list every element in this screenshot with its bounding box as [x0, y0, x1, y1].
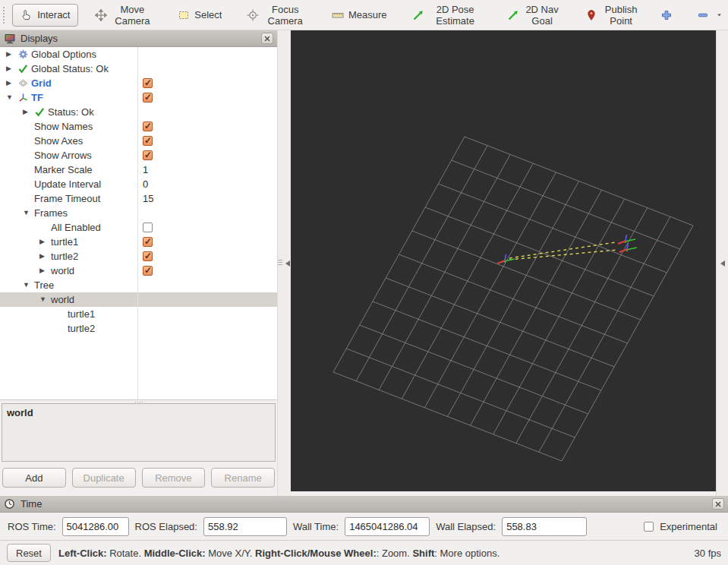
- rename-button[interactable]: Rename: [211, 468, 275, 488]
- tree-row-world[interactable]: ▶world: [0, 264, 277, 278]
- select-button[interactable]: Select: [169, 4, 230, 27]
- close-time-button[interactable]: [712, 498, 724, 510]
- green-arrow-icon: [412, 9, 424, 21]
- checkbox[interactable]: [143, 78, 153, 88]
- tf-frame-turtle2[interactable]: [619, 243, 637, 252]
- strip-grip: [278, 260, 282, 267]
- tree-row-frames[interactable]: ▼Frames: [0, 206, 277, 220]
- plus-icon: [660, 9, 673, 21]
- tree-row-show-names[interactable]: Show Names: [0, 119, 277, 134]
- checkbox[interactable]: [143, 223, 153, 232]
- tree-row-turtle2[interactable]: ▶turtle2: [0, 249, 277, 264]
- fps-counter: 30 fps: [695, 548, 721, 559]
- tree-row-update-interval[interactable]: Update Interval0: [0, 177, 277, 191]
- expander-icon[interactable]: ▶: [6, 80, 17, 87]
- checkbox[interactable]: [143, 266, 153, 276]
- duplicate-button[interactable]: Duplicate: [72, 468, 136, 488]
- tree-row-show-arrows[interactable]: Show Arrows: [0, 148, 277, 163]
- tree-label: Tree: [34, 279, 54, 291]
- tree-row-global-options[interactable]: ▶Global Options: [0, 47, 277, 62]
- minus-icon: [697, 9, 709, 21]
- expander-icon[interactable]: ▶: [39, 267, 51, 274]
- tree-label: world: [51, 265, 74, 276]
- collapse-right-icon: [719, 260, 726, 267]
- tree-row-turtle1[interactable]: ▶turtle1: [0, 235, 277, 249]
- expander-icon[interactable]: ▼: [39, 296, 51, 303]
- ros-time-input[interactable]: [62, 517, 129, 536]
- expander-icon[interactable]: ▶: [6, 65, 17, 72]
- tree-row-tree[interactable]: ▼Tree: [0, 278, 277, 292]
- wall-elapsed-label: Wall Elapsed:: [436, 521, 496, 532]
- property-value[interactable]: 15: [143, 193, 153, 204]
- tree-row-world[interactable]: ▼world: [0, 292, 277, 307]
- move-camera-button[interactable]: Move Camera: [87, 0, 161, 32]
- add-button[interactable]: Add: [2, 468, 66, 488]
- measure-button[interactable]: Measure: [323, 4, 396, 27]
- dropdown-caret-icon[interactable]: [715, 11, 723, 19]
- expander-icon[interactable]: ▼: [23, 282, 34, 289]
- tree-row-marker-scale[interactable]: Marker Scale1: [0, 163, 277, 177]
- views-collapse-strip[interactable]: [716, 30, 728, 496]
- tree-row-show-axes[interactable]: Show Axes: [0, 134, 277, 148]
- checkbox[interactable]: [143, 122, 153, 131]
- tree-row-global-status-ok[interactable]: ▶Global Status: Ok: [0, 62, 277, 76]
- tf-frame-turtle1[interactable]: [618, 235, 635, 244]
- wall-time-input[interactable]: [345, 517, 430, 536]
- displays-collapse-strip[interactable]: [277, 30, 291, 496]
- help-text-segment: Rotate.: [107, 548, 144, 559]
- main-area: Displays ▶Global Options▶Global Status: …: [0, 30, 728, 496]
- tf-axes-icon: [17, 92, 31, 104]
- property-value[interactable]: 1: [143, 164, 148, 175]
- checkbox[interactable]: [143, 251, 153, 261]
- 3d-viewport[interactable]: [291, 30, 716, 491]
- nav-goal-button[interactable]: 2D Nav Goal: [499, 0, 569, 32]
- tree-label: TF: [31, 92, 43, 103]
- move-arrows-icon: [95, 9, 107, 21]
- checkbox[interactable]: [143, 150, 153, 160]
- tree-row-tf[interactable]: ▼TF: [0, 90, 277, 105]
- green-arrow-icon: [507, 9, 519, 21]
- tool-label: 2D Nav Goal: [524, 4, 561, 27]
- expander-icon[interactable]: ▼: [6, 94, 17, 101]
- help-text-segment: : More options.: [434, 548, 500, 559]
- checkbox[interactable]: [143, 93, 153, 103]
- ros-elapsed-input[interactable]: [203, 517, 287, 536]
- publish-point-button[interactable]: Publish Point: [577, 0, 648, 32]
- wall-elapsed-input[interactable]: [502, 517, 587, 536]
- reset-button[interactable]: Reset: [7, 544, 51, 562]
- expander-icon[interactable]: ▶: [39, 253, 51, 260]
- tree-row-all-enabled[interactable]: All Enabled: [0, 220, 277, 235]
- expander-icon[interactable]: ▶: [23, 109, 34, 115]
- tree-row-turtle2[interactable]: turtle2: [0, 321, 277, 336]
- tree-label: Global Status: Ok: [31, 63, 109, 74]
- property-value[interactable]: 0: [143, 178, 148, 190]
- remove-button[interactable]: Remove: [142, 468, 206, 488]
- remove-tool-button[interactable]: [693, 4, 713, 27]
- displays-button-row: AddDuplicateRemoveRename: [0, 462, 277, 488]
- expander-icon[interactable]: ▶: [6, 51, 17, 58]
- tree-label: Show Axes: [34, 135, 83, 147]
- tree-label: turtle1: [51, 236, 78, 248]
- close-icon: [264, 36, 270, 42]
- tree-row-frame-timeout[interactable]: Frame Timeout15: [0, 191, 277, 206]
- ros-time-label: ROS Time:: [8, 521, 56, 532]
- tree-row-turtle1[interactable]: turtle1: [0, 307, 277, 321]
- interact-button[interactable]: Interact: [12, 4, 78, 27]
- close-displays-button[interactable]: [261, 33, 273, 44]
- tree-column-divider[interactable]: [137, 47, 138, 399]
- expander-icon[interactable]: ▶: [39, 238, 51, 245]
- checkbox[interactable]: [143, 237, 153, 247]
- time-panel-title: Time: [20, 498, 708, 510]
- viewport-canvas[interactable]: [291, 30, 716, 491]
- experimental-checkbox[interactable]: [644, 522, 654, 532]
- tree-row-status-ok[interactable]: ▶Status: Ok: [0, 105, 277, 119]
- pose-estimate-button[interactable]: 2D Pose Estimate: [404, 0, 490, 32]
- checkbox[interactable]: [143, 136, 153, 146]
- toolbar-drag-handle[interactable]: [2, 6, 6, 24]
- add-tool-button[interactable]: [657, 4, 676, 27]
- focus-camera-button[interactable]: Focus Camera: [238, 0, 314, 32]
- tree-row-grid[interactable]: ▶Grid: [0, 76, 277, 90]
- expander-icon[interactable]: ▼: [23, 210, 34, 216]
- tree-label: All Enabled: [51, 222, 101, 233]
- tool-label: Select: [194, 9, 222, 21]
